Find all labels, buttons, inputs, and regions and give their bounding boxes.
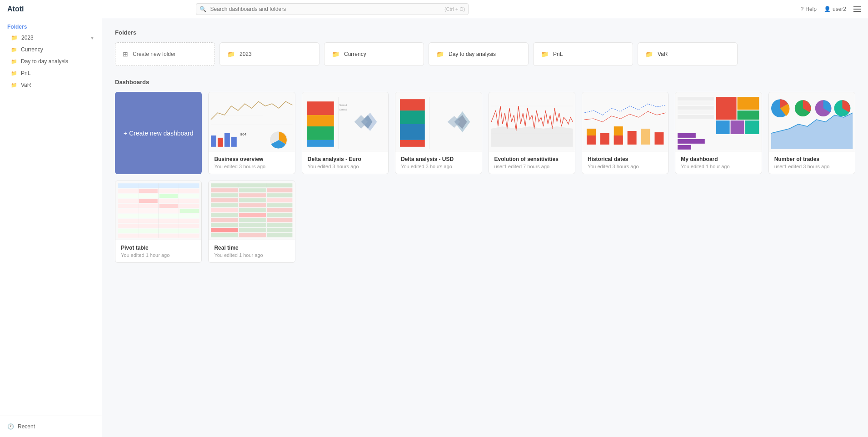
dashboard-card-real-time[interactable]: Real time You edited 1 hour ago (208, 181, 295, 263)
dashboard-name: Historical dates (588, 156, 663, 162)
search-icon: 🔍 (200, 6, 206, 12)
dashboard-card-my-dashboard[interactable]: My dashboard You edited 1 hour ago (675, 92, 762, 174)
svg-marker-29 (491, 126, 572, 146)
svg-rect-10 (307, 126, 334, 140)
sidebar-item-label: VaR (21, 82, 31, 88)
dashboard-card-evolution[interactable]: Evolution of sensitivities user1 edited … (489, 92, 575, 174)
app-logo: Atoti (7, 5, 24, 13)
dashboard-meta: You edited 3 hours ago (401, 164, 476, 169)
dashboard-info-evolution: Evolution of sensitivities user1 edited … (489, 151, 575, 174)
help-label: Help (805, 6, 817, 12)
search-input[interactable] (196, 3, 469, 15)
svg-rect-72 (160, 194, 178, 198)
sidebar-item-var[interactable]: 📁 VaR (0, 79, 102, 91)
sidebar-item-day-to-day[interactable]: 📁 Day to day analysis (0, 55, 102, 67)
svg-rect-88 (267, 203, 293, 207)
create-dashboard-label: + Create new dashboard (124, 130, 194, 137)
folder-card-pnl[interactable]: 📁 PnL (533, 42, 633, 66)
layout: Folders 📁 2023 ▼ 📁 Currency 📁 Day to day… (0, 18, 868, 437)
user-button[interactable]: 👤 user2 (824, 6, 846, 12)
dashboard-card-num-trades[interactable]: Number of trades user1 edited 3 hours ag… (768, 92, 855, 174)
folders-section-title: Folders (115, 29, 855, 36)
svg-rect-45 (738, 111, 759, 120)
dashboard-card-delta-euro[interactable]: Series1 Series2 Delta analysis - Euro Yo… (302, 92, 389, 174)
dashboard-info-business-overview: Business overview You edited 3 hours ago (209, 151, 294, 174)
dashboard-card-business-overview[interactable]: 804 Business overview You edited 3 hours… (208, 92, 295, 174)
dashboard-preview-historical (582, 92, 668, 151)
svg-text:804: 804 (240, 132, 247, 136)
dashboard-card-pivot[interactable]: Pivot table You edited 1 hour ago (115, 181, 202, 263)
svg-rect-96 (239, 218, 266, 222)
svg-rect-51 (678, 145, 691, 149)
svg-rect-43 (716, 97, 737, 120)
svg-rect-100 (267, 223, 293, 227)
dashboards-section-title: Dashboards (115, 79, 855, 85)
dashboard-info-pivot: Pivot table You edited 1 hour ago (115, 240, 201, 262)
sidebar-folders-section: Folders (0, 18, 102, 32)
sidebar-item-2023[interactable]: 📁 2023 ▼ (0, 32, 102, 44)
create-dashboard-card[interactable]: + Create new dashboard (115, 92, 202, 174)
svg-rect-36 (641, 128, 650, 144)
dashboard-name: Pivot table (121, 245, 196, 251)
folder-icon: 📁 (332, 50, 339, 58)
dashboard-meta: You edited 3 hours ago (308, 164, 383, 169)
dashboard-card-delta-usd[interactable]: Delta analysis - USD You edited 3 hours … (395, 92, 482, 174)
svg-rect-102 (239, 228, 266, 232)
folders-row: ⊞ Create new folder 📁 2023 📁 Currency 📁 … (115, 42, 855, 66)
dashboard-info-historical: Historical dates You edited 3 hours ago (582, 151, 668, 174)
dashboard-name: Delta analysis - Euro (308, 156, 383, 162)
help-button[interactable]: ? Help (801, 6, 817, 12)
sidebar-item-pnl[interactable]: 📁 PnL (0, 67, 102, 79)
svg-rect-90 (239, 208, 266, 212)
folder-card-var[interactable]: 📁 VaR (638, 42, 738, 66)
svg-rect-34 (614, 135, 623, 144)
folder-icon: 📁 (11, 35, 18, 41)
folder-name: VaR (658, 51, 668, 57)
create-folder-card[interactable]: ⊞ Create new folder (115, 42, 215, 66)
svg-rect-41 (678, 111, 714, 114)
sidebar-recent-item[interactable]: 🕐 Recent (7, 422, 95, 432)
topbar-right: ? Help 👤 user2 (801, 6, 861, 12)
user-label: user2 (833, 6, 846, 12)
menu-line (853, 11, 861, 12)
svg-text:Series2: Series2 (339, 108, 347, 111)
sidebar-item-currency[interactable]: 📁 Currency (0, 44, 102, 55)
dashboard-card-historical[interactable]: Historical dates You edited 3 hours ago (582, 92, 668, 174)
sidebar-item-label: Day to day analysis (21, 58, 68, 65)
svg-rect-49 (678, 133, 696, 137)
folder-card-day-to-day[interactable]: 📁 Day to day analysis (429, 42, 529, 66)
svg-rect-89 (211, 208, 238, 212)
folder-icon: 📁 (436, 50, 444, 58)
dashboard-name: Real time (214, 245, 289, 251)
folder-icon: 📁 (11, 82, 17, 88)
menu-button[interactable] (853, 6, 861, 12)
svg-rect-44 (738, 97, 759, 110)
svg-rect-35 (628, 131, 637, 144)
dashboard-info-my-dashboard: My dashboard You edited 1 hour ago (675, 151, 761, 174)
dashboard-preview-delta-euro: Series1 Series2 (302, 92, 388, 151)
sidebar-folders-title[interactable]: Folders (7, 24, 95, 30)
svg-rect-85 (267, 198, 293, 202)
svg-rect-94 (267, 213, 293, 217)
folder-card-currency[interactable]: 📁 Currency (324, 42, 424, 66)
svg-rect-79 (267, 188, 293, 192)
svg-rect-91 (267, 208, 293, 212)
folder-card-2023[interactable]: 📁 2023 (219, 42, 319, 66)
dashboard-preview-delta-usd (395, 92, 481, 151)
svg-rect-9 (307, 115, 334, 126)
svg-rect-2 (224, 133, 230, 146)
svg-rect-46 (716, 121, 730, 134)
svg-rect-86 (211, 203, 238, 207)
svg-rect-95 (211, 218, 238, 222)
dashboard-preview-evolution (489, 92, 575, 151)
dashboard-meta: You edited 1 hour ago (214, 252, 289, 258)
sidebar-bottom: 🕐 Recent (0, 416, 102, 437)
dashboard-name: Number of trades (774, 156, 849, 162)
topbar: Atoti 🔍 (Ctrl + O) ? Help 👤 user2 (0, 0, 868, 18)
search-box: 🔍 (Ctrl + O) (196, 3, 469, 15)
user-icon: 👤 (824, 6, 831, 12)
svg-rect-3 (231, 136, 237, 146)
dashboard-preview-num-trades (769, 92, 855, 151)
dashboard-preview-real-time (209, 181, 294, 240)
dashboard-meta: You edited 1 hour ago (121, 252, 196, 258)
